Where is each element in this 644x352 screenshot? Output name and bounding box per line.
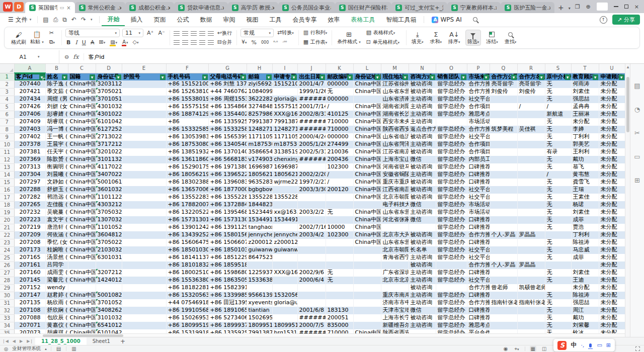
- cell-G4[interactable]: +86 周煜155380: [208, 96, 247, 103]
- cell-F29[interactable]: +86 18182281: [166, 284, 208, 292]
- cell-J35[interactable]: #########: [297, 329, 326, 333]
- cell-L25[interactable]: [353, 254, 381, 261]
- cell-J19[interactable]: 2003/2/2: [297, 209, 326, 216]
- cell-T24[interactable]: 马忠威: [571, 246, 599, 254]
- cell-L23[interactable]: China中国: [353, 239, 381, 246]
- cell-I34[interactable]: 180995199: [272, 322, 297, 329]
- filter-dropdown-icon[interactable]: ▼: [319, 74, 325, 80]
- cell-K27[interactable]: 无: [326, 269, 353, 277]
- share-button[interactable]: ↗ 分享: [612, 15, 640, 25]
- row-number[interactable]: 21: [0, 224, 14, 231]
- header-cell-G1[interactable]: 父母电话号码▼: [208, 73, 247, 80]
- cell-B21[interactable]: 唐浩轩 (男: [45, 224, 68, 231]
- cell-F2[interactable]: +86 15152100: [166, 80, 208, 88]
- cell-L26[interactable]: [353, 261, 381, 269]
- cell-U34[interactable]: 未分配: [599, 322, 625, 329]
- cell-B4[interactable]: 周煜 (男): [45, 96, 68, 103]
- increase-decimal-button[interactable]: ⁶·⁰: [272, 39, 279, 47]
- cell-N26[interactable]: 被动咨询: [409, 261, 436, 269]
- cell-A35[interactable]: 207073: [14, 329, 45, 333]
- cell-D15[interactable]: 500106199702210321: [96, 179, 122, 186]
- cell-L20[interactable]: China中国: [353, 216, 381, 224]
- cell-J18[interactable]: ########: [297, 201, 326, 209]
- cell-P4[interactable]: 社交平台,/: [467, 96, 490, 103]
- cell-J24[interactable]: 2005/9/16: [297, 246, 326, 254]
- cell-Q15[interactable]: [490, 179, 517, 186]
- cell-C10[interactable]: China中国: [68, 141, 96, 148]
- cell-U12[interactable]: 未分配: [599, 156, 625, 163]
- decrease-font-button[interactable]: A⁻: [157, 29, 166, 37]
- cell-N7[interactable]: 主动咨询: [409, 118, 436, 126]
- cell-M20[interactable]: 河北省张家: [381, 216, 409, 224]
- cell-T25[interactable]: 成菲: [571, 254, 599, 261]
- cell-J11[interactable]: 2002/5/31: [297, 148, 326, 156]
- cell-E4[interactable]: [122, 96, 166, 103]
- table-row[interactable]: 33207088包欣辰 (女China中国310103200212255069+…: [0, 314, 625, 322]
- cell-K4[interactable]: 000000: [326, 96, 353, 103]
- cell-M8[interactable]: 陕西省西安: [381, 126, 409, 133]
- row-number[interactable]: 2: [0, 80, 14, 88]
- wps-ai-button[interactable]: A WPS AI: [426, 14, 467, 26]
- cell-L24[interactable]: [353, 246, 381, 254]
- cell-F5[interactable]: +86 15575158: [166, 103, 208, 111]
- cell-F15[interactable]: +86 18302388: [166, 179, 208, 186]
- cell-Q27[interactable]: [490, 269, 517, 277]
- cell-R31[interactable]: 指南针张老: [517, 299, 545, 307]
- cell-O18[interactable]: 留学总经办: [436, 201, 467, 209]
- scissors-icon[interactable]: ✂: [634, 129, 640, 137]
- cell-F31[interactable]: +44 07546918: [166, 299, 208, 307]
- cell-O19[interactable]: 留学总经办: [436, 209, 467, 216]
- cell-I15[interactable]: wjrme221: [272, 179, 297, 186]
- menu-tab-数据[interactable]: 数据: [194, 14, 217, 26]
- close-tab-icon[interactable]: ×: [66, 5, 70, 11]
- filter-dropdown-icon[interactable]: ▼: [39, 74, 45, 80]
- cell-S11[interactable]: 有录: [545, 148, 571, 156]
- cell-M10[interactable]: 山东省菏泽: [381, 141, 409, 148]
- cell-A6[interactable]: 207406: [14, 111, 45, 118]
- h-scroll-thumb[interactable]: [43, 334, 123, 337]
- paste-button[interactable]: 📋 粘贴 ▾: [29, 30, 45, 45]
- cell-H15[interactable]: 963528351: [247, 179, 272, 186]
- cell-I35[interactable]: hrq153199: [272, 329, 297, 333]
- document-tab[interactable]: S贷款申请信息.xlsx: [174, 2, 227, 13]
- cell-B35[interactable]: 胡睿琪 (女: [45, 329, 68, 333]
- cell-F4[interactable]: +86 15538019: [166, 96, 208, 103]
- filter-dropdown-icon[interactable]: ▼: [375, 74, 380, 80]
- header-cell-R1[interactable]: 合作方名称▼: [517, 73, 545, 80]
- cell-E10[interactable]: [122, 141, 166, 148]
- cell-Q16[interactable]: [490, 186, 517, 194]
- account-box[interactable]: [597, 3, 608, 11]
- cell-H17[interactable]: 135522836: [247, 194, 272, 201]
- cell-J26[interactable]: [297, 261, 326, 269]
- cell-I9[interactable]: 117110505: [272, 133, 297, 141]
- cell-K19[interactable]: 无: [326, 209, 353, 216]
- cell-B20[interactable]: 袁文宇 (女: [45, 216, 68, 224]
- cell-S20[interactable]: 无: [545, 216, 571, 224]
- cell-F11[interactable]: +86 13851932: [166, 148, 208, 156]
- table-row[interactable]: 31207135杨欣雨 (女China中国370105200210270824+…: [0, 299, 625, 307]
- cell-F17[interactable]: +86 13552283: [166, 194, 208, 201]
- row-number[interactable]: 11: [0, 148, 14, 156]
- cell-J31[interactable]: [297, 299, 326, 307]
- cell-O22[interactable]: 留学总经办: [436, 231, 467, 239]
- cell-J32[interactable]: 2001/6/8: [297, 307, 326, 314]
- cell-R14[interactable]: [517, 171, 545, 179]
- cell-R32[interactable]: [517, 307, 545, 314]
- row-number[interactable]: 7: [0, 118, 14, 126]
- row-number[interactable]: 30: [0, 292, 14, 299]
- doc-home-icon[interactable]: D: [14, 2, 24, 12]
- cell-M5[interactable]: 湖南省浏阳: [381, 103, 409, 111]
- cell-style-button[interactable]: ⊡ 单元格样式▾: [365, 38, 400, 47]
- eye-icon[interactable]: ◉: [503, 346, 509, 351]
- cell-P22[interactable]: 合作方推荐: [467, 231, 490, 239]
- decrease-decimal-button[interactable]: ·⁰⁰: [281, 39, 288, 47]
- cell-K10[interactable]: 274499: [326, 141, 353, 148]
- cell-H26[interactable]: [247, 261, 272, 269]
- row-number[interactable]: 13: [0, 163, 14, 171]
- cell-R18[interactable]: [517, 201, 545, 209]
- cell-U11[interactable]: 未分配: [599, 148, 625, 156]
- cell-F3[interactable]: +86 15263810: [166, 88, 208, 96]
- cell-Q29[interactable]: 曾老师: [490, 284, 517, 292]
- cell-E5[interactable]: [122, 103, 166, 111]
- cell-P16[interactable]: 社交平台,: [467, 186, 490, 194]
